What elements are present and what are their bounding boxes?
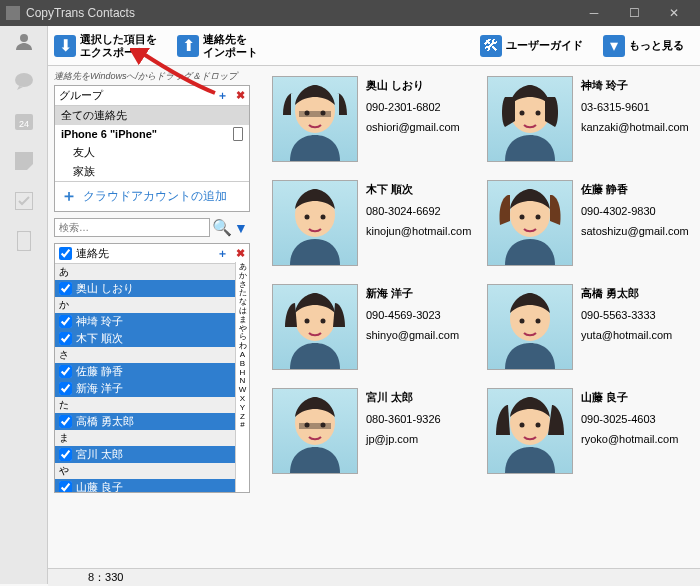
svg-point-13 [536,111,541,116]
select-all-checkbox[interactable] [59,247,72,260]
svg-point-16 [321,215,326,220]
calendar-tab-icon[interactable]: 24 [13,110,35,132]
add-group-button[interactable]: ＋ [213,88,231,104]
contact-row[interactable]: 神埼 玲子 [55,313,249,330]
contact-phone: 090-5563-3333 [581,309,672,321]
contact-row-label: 山藤 良子 [76,480,123,493]
add-cloud-account-button[interactable]: ＋ クラウドアカウントの追加 [55,181,249,211]
contact-card[interactable]: 山藤 良子090-3025-4603ryoko@hotmail.com [487,388,692,474]
contact-info: 佐藤 静香090-4302-9830satoshizu@gmail.com [581,180,689,266]
contact-card[interactable]: 新海 洋子090-4569-3023shinyo@gmail.com [272,284,477,370]
contact-info: 神埼 玲子03-6315-9601kanzaki@hotmail.com [581,76,689,162]
contact-checkbox[interactable] [59,448,72,461]
add-contact-button[interactable]: ＋ [213,246,231,262]
app-icon [6,6,20,20]
contact-card[interactable]: 木下 順次080-3024-6692kinojun@hotmail.com [272,180,477,266]
contact-row-label: 木下 順次 [76,331,123,346]
contact-checkbox[interactable] [59,282,72,295]
contact-checkbox[interactable] [59,382,72,395]
group-item[interactable]: 友人 [55,143,249,162]
index-row: た [55,397,249,413]
device-tab-icon[interactable] [13,230,35,252]
contact-checkbox[interactable] [59,415,72,428]
close-button[interactable]: ✕ [654,0,694,26]
search-icon[interactable]: 🔍 [212,218,230,237]
contact-row[interactable]: 奥山 しおり [55,280,249,297]
tools-icon: 🛠 [480,35,502,57]
contact-checkbox[interactable] [59,315,72,328]
avatar [487,284,573,370]
contact-phone: 080-3601-9326 [366,413,441,425]
minimize-button[interactable]: ─ [574,0,614,26]
contact-phone: 080-3024-6692 [366,205,471,217]
contact-checkbox[interactable] [59,481,72,493]
contact-row[interactable]: 木下 順次 [55,330,249,347]
contact-phone: 090-4302-9830 [581,205,689,217]
contact-email: shinyo@gmail.com [366,329,459,341]
index-row: ま [55,430,249,446]
contact-email: oshiori@gmail.com [366,121,460,133]
import-button[interactable]: ⬆ 連絡先をインポート [171,31,264,59]
contact-card[interactable]: 佐藤 静香090-4302-9830satoshizu@gmail.com [487,180,692,266]
group-item[interactable]: iPhone 6 "iPhone" [55,125,249,143]
contact-card[interactable]: 神埼 玲子03-6315-9601kanzaki@hotmail.com [487,76,692,162]
svg-text:24: 24 [18,119,28,129]
avatar [487,76,573,162]
maximize-button[interactable]: ☐ [614,0,654,26]
contact-checkbox[interactable] [59,332,72,345]
export-icon: ⬇ [54,35,76,57]
contact-card[interactable]: 宮川 太郎080-3601-9326jp@jp.com [272,388,477,474]
groups-header: グループ [55,86,213,105]
contact-email: yuta@hotmail.com [581,329,672,341]
sidebar: 連絡先をWindowsへ/からドラッグ＆ドロップ グループ ＋ ✖ 全ての連絡先… [48,66,256,584]
contact-row-label: 宮川 太郎 [76,447,123,462]
svg-point-32 [536,423,541,428]
search-row: 🔍 ▼ [54,218,250,237]
svg-point-29 [321,423,326,428]
notes-tab-icon[interactable] [13,150,35,172]
contact-row-label: 高橋 勇太郎 [76,414,134,429]
contacts-tab-icon[interactable] [13,30,35,52]
contact-name: 神埼 玲子 [581,78,689,93]
contact-row[interactable]: 高橋 勇太郎 [55,413,249,430]
contact-card[interactable]: 奥山 しおり090-2301-6802oshiori@gmail.com [272,76,477,162]
delete-group-button[interactable]: ✖ [231,88,249,104]
messages-tab-icon[interactable] [13,70,35,92]
avatar [487,388,573,474]
contacts-grid: 奥山 しおり090-2301-6802oshiori@gmail.com神埼 玲… [256,66,700,584]
contact-info: 高橋 勇太郎090-5563-3333yuta@hotmail.com [581,284,672,370]
filter-icon[interactable]: ▼ [232,220,250,236]
contacts-list-panel: 連絡先 ＋ ✖ あ奥山 しおりか神埼 玲子木下 順次さ佐藤 静香新海 洋子た高橋… [54,243,250,493]
contact-row[interactable]: 佐藤 静香 [55,363,249,380]
svg-point-0 [20,34,28,42]
svg-rect-6 [17,231,31,251]
contact-info: 木下 順次080-3024-6692kinojun@hotmail.com [366,180,471,266]
contact-info: 新海 洋子090-4569-3023shinyo@gmail.com [366,284,459,370]
contact-info: 奥山 しおり090-2301-6802oshiori@gmail.com [366,76,460,162]
userguide-button[interactable]: 🛠 ユーザーガイド [474,33,589,59]
contact-checkbox[interactable] [59,365,72,378]
contact-email: ryoko@hotmail.com [581,433,678,445]
contact-name: 佐藤 静香 [581,182,689,197]
toolbar: ⬇ 選択した項目をエクスポート ⬆ 連絡先をインポート 🛠 ユーザーガイド ▾ … [0,26,700,66]
index-bar[interactable]: あかさたなはまやらわABHNWXYZ# [235,262,249,492]
group-item[interactable]: 全ての連絡先 [55,106,249,125]
contact-info: 山藤 良子090-3025-4603ryoko@hotmail.com [581,388,678,474]
more-button[interactable]: ▾ もっと見る [597,33,690,59]
index-row: あ [55,264,249,280]
delete-contact-button[interactable]: ✖ [231,246,249,262]
svg-point-19 [536,215,541,220]
export-button[interactable]: ⬇ 選択した項目をエクスポート [48,31,163,59]
search-input[interactable] [54,218,210,237]
index-row: か [55,297,249,313]
contact-row[interactable]: 山藤 良子 [55,479,249,493]
avatar [272,76,358,162]
contact-row[interactable]: 新海 洋子 [55,380,249,397]
group-item[interactable]: 家族 [55,162,249,181]
left-rail: 24 [0,26,48,584]
contact-card[interactable]: 高橋 勇太郎090-5563-3333yuta@hotmail.com [487,284,692,370]
tasks-tab-icon[interactable] [13,190,35,212]
contact-name: 奥山 しおり [366,78,460,93]
plus-icon: ＋ [61,186,77,207]
contact-row[interactable]: 宮川 太郎 [55,446,249,463]
